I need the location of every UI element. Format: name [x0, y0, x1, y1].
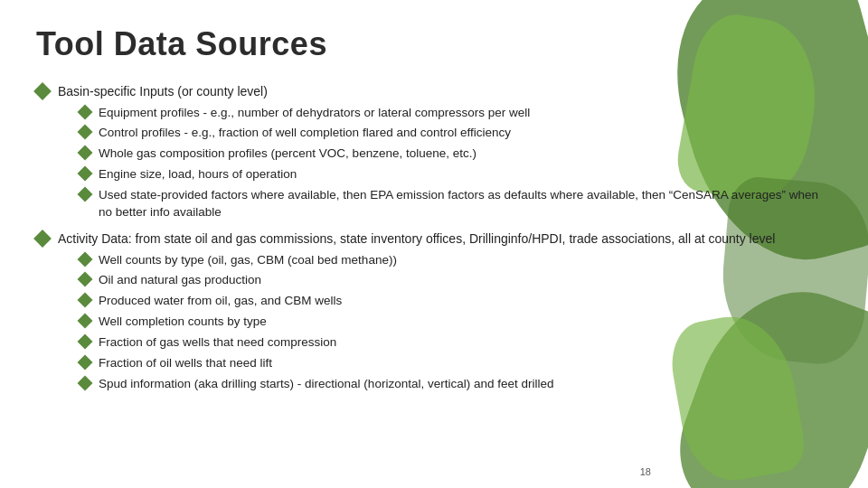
sub-item-text: Equipment profiles - e.g., number of deh…: [99, 105, 530, 122]
sub-bullet-icon: [78, 354, 93, 370]
sub-bullet-icon: [78, 293, 93, 308]
list-item: Fraction of oil wells that need lift: [80, 355, 832, 372]
page-number: 18: [640, 466, 651, 477]
list-item: Equipment profiles - e.g., number of deh…: [80, 105, 832, 122]
list-item: Fraction of gas wells that need compress…: [80, 334, 832, 352]
slide-title: Tool Data Sources: [36, 25, 832, 63]
sub-item-text: Engine size, load, hours of operation: [99, 166, 297, 183]
sub-bullet-icon: [78, 251, 93, 267]
sub-list: Equipment profiles - e.g., number of deh…: [80, 105, 832, 221]
sub-item-text: Whole gas composition profiles (percent …: [99, 145, 476, 163]
sub-item-text: Spud information (aka drilling starts) -…: [99, 376, 553, 393]
list-item: Basin-specific Inputs (or county level) …: [36, 83, 832, 225]
sub-bullet-icon: [78, 334, 93, 350]
list-item: Produced water from oil, gas, and CBM we…: [80, 293, 832, 310]
list-item: Control profiles - e.g., fraction of wel…: [80, 125, 832, 142]
sub-list: Well counts by type (oil, gas, CBM (coal…: [80, 252, 832, 393]
sub-bullet-icon: [78, 125, 93, 140]
main-list: Basin-specific Inputs (or county level) …: [36, 83, 832, 397]
main-item-text: Activity Data: from state oil and gas co…: [58, 231, 775, 246]
sub-item-text: Well completion counts by type: [99, 314, 267, 331]
sub-bullet-icon: [78, 272, 93, 287]
list-item: Used state-provided factors where availa…: [80, 187, 832, 221]
bullet-icon: [33, 82, 52, 100]
main-item-text: Basin-specific Inputs (or county level): [58, 84, 268, 99]
sub-item-text: Oil and natural gas production: [99, 272, 261, 289]
slide: Tool Data Sources Basin-specific Inputs …: [0, 0, 868, 488]
sub-item-text: Fraction of gas wells that need compress…: [99, 334, 336, 352]
list-item: Engine size, load, hours of operation: [80, 166, 832, 183]
sub-item-text: Produced water from oil, gas, and CBM we…: [99, 293, 342, 310]
sub-bullet-icon: [78, 104, 93, 119]
list-item: Oil and natural gas production: [80, 272, 832, 289]
sub-bullet-icon: [78, 145, 93, 161]
sub-item-text: Control profiles - e.g., fraction of wel…: [99, 125, 511, 142]
sub-item-text: Well counts by type (oil, gas, CBM (coal…: [99, 252, 397, 269]
sub-item-text: Fraction of oil wells that need lift: [99, 355, 272, 372]
sub-bullet-icon: [78, 166, 93, 182]
sub-item-text: Used state-provided factors where availa…: [99, 187, 832, 221]
list-item: Spud information (aka drilling starts) -…: [80, 376, 832, 393]
sub-bullet-icon: [78, 375, 93, 390]
slide-content: Tool Data Sources Basin-specific Inputs …: [0, 0, 868, 420]
list-item: Well completion counts by type: [80, 314, 832, 331]
bullet-icon: [33, 230, 52, 248]
list-item: Well counts by type (oil, gas, CBM (coal…: [80, 252, 832, 269]
list-item: Activity Data: from state oil and gas co…: [36, 230, 832, 397]
list-item: Whole gas composition profiles (percent …: [80, 145, 832, 163]
sub-bullet-icon: [78, 187, 93, 202]
sub-bullet-icon: [78, 314, 93, 329]
